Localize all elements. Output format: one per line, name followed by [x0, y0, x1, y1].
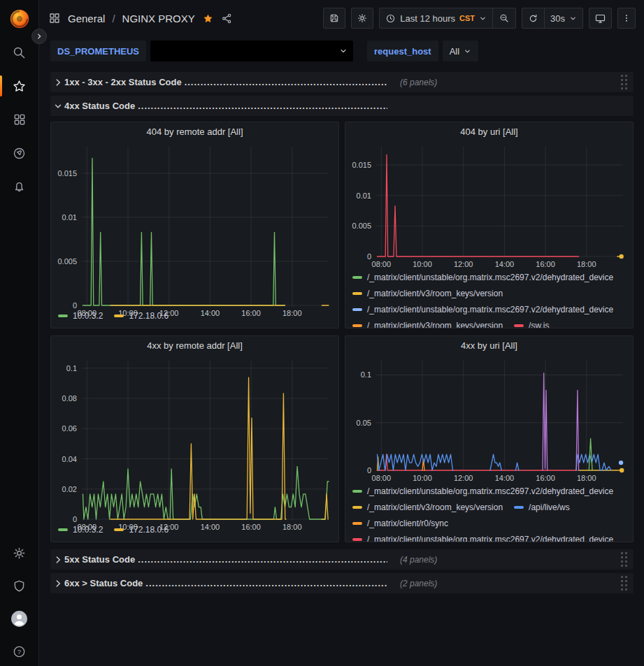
sidebar-item-explore[interactable]	[0, 145, 39, 161]
legend-item[interactable]: 172.18.0.6	[114, 524, 169, 535]
page-title[interactable]: NGINX PROXY	[122, 13, 195, 24]
panel-404-by-remote-addr: 404 by remote addr [All] 08:0010:0012:00…	[50, 122, 339, 328]
svg-text:08:00: 08:00	[372, 474, 392, 482]
time-series-plot[interactable]: 08:0010:0012:0014:0016:0018:0000.020.040…	[54, 355, 336, 533]
chart-4xx-by-remote-addr: 08:0010:0012:0014:0016:0018:0000.020.040…	[54, 355, 336, 523]
svg-text:0: 0	[367, 252, 371, 261]
legend-item[interactable]: /_matrix/client/r0/sync	[352, 518, 448, 528]
legend-item[interactable]: 172.18.0.6	[114, 310, 169, 321]
svg-text:0.06: 0.06	[62, 424, 77, 433]
share-icon[interactable]	[221, 13, 233, 24]
row-5xx[interactable]: 5xx Status Code ........................…	[50, 549, 634, 570]
save-dashboard-button[interactable]	[323, 8, 345, 29]
legend-label: /_matrix/client/unstable/org.matrix.msc2…	[367, 486, 613, 496]
sidebar-item-alerting[interactable]	[0, 179, 39, 194]
bell-icon	[12, 180, 27, 194]
time-series-plot[interactable]: 08:0010:0012:0014:0016:0018:0000.0050.01…	[54, 141, 336, 319]
legend-item[interactable]: /sw.js	[514, 320, 549, 328]
legend-item[interactable]: /_matrix/client/unstable/org.matrix.msc2…	[352, 272, 613, 282]
panel-title[interactable]: 404 by uri [All]	[345, 122, 633, 141]
panel-title[interactable]: 4xx by uri [All]	[345, 336, 633, 355]
sidebar-item-help[interactable]: ?	[0, 644, 39, 659]
refresh-icon	[528, 13, 538, 24]
sidebar-item-configuration[interactable]	[0, 545, 39, 560]
time-series-plot[interactable]: 08:0010:0012:0014:0016:0018:0000.050.1	[348, 355, 630, 484]
legend-item[interactable]: /_matrix/client/unstable/org.matrix.msc2…	[352, 486, 613, 496]
row-drag-handle[interactable]	[620, 551, 629, 569]
chart-404-by-remote-addr: 08:0010:0012:0014:0016:0018:0000.0050.01…	[54, 141, 336, 309]
zoom-out-button[interactable]	[492, 8, 515, 28]
svg-text:0: 0	[73, 301, 77, 310]
sidebar-item-dashboards[interactable]	[0, 112, 39, 127]
legend-item[interactable]: /_matrix/client/unstable/org.matrix.msc2…	[352, 534, 613, 542]
row-6xx[interactable]: 6xx > Status Code ......................…	[50, 573, 634, 593]
svg-text:0.005: 0.005	[352, 222, 371, 230]
chevron-right-icon	[53, 78, 63, 87]
datasource-select[interactable]	[150, 41, 353, 61]
panel-title[interactable]: 4xx by remote addr [All]	[51, 336, 338, 355]
time-series-plot[interactable]: 08:0010:0012:0014:0016:0018:0000.0050.01…	[348, 141, 630, 270]
legend-label: /sw.js	[529, 321, 549, 328]
svg-text:12:00: 12:00	[454, 474, 473, 482]
sidebar-item-search[interactable]	[0, 45, 39, 60]
legend-swatch	[352, 522, 362, 525]
kebab-menu-icon	[622, 13, 631, 24]
legend-swatch	[352, 308, 362, 311]
sidebar: ?	[0, 0, 39, 666]
request-host-variable-label[interactable]: request_host	[367, 41, 438, 61]
legend-label: /_matrix/client/v3/room_keys/version	[367, 502, 503, 512]
dashboard-settings-button[interactable]	[351, 8, 373, 29]
legend-swatch	[114, 314, 124, 317]
gear-icon	[357, 13, 368, 24]
row-drag-handle[interactable]	[620, 574, 629, 593]
row-4xx[interactable]: 4xx Status Code ........................…	[50, 96, 634, 116]
refresh-button[interactable]	[522, 8, 544, 28]
dashboard-grid-icon[interactable]	[48, 12, 61, 24]
avatar	[10, 610, 28, 628]
kebab-menu-button[interactable]	[617, 8, 636, 29]
legend-item[interactable]: /_matrix/client/v3/room_keys/version	[352, 288, 503, 298]
save-icon	[329, 13, 340, 24]
chevron-down-icon	[464, 48, 471, 55]
time-range-button[interactable]: Last 12 hours CST	[380, 8, 492, 28]
refresh-interval-select[interactable]: 30s	[544, 8, 582, 28]
cycle-view-mode-button[interactable]	[589, 8, 612, 29]
sidebar-item-server-admin[interactable]	[0, 578, 39, 593]
legend-label: 10.0.3.2	[73, 525, 103, 535]
grafana-logo[interactable]	[9, 8, 30, 29]
favorite-star-icon[interactable]	[202, 13, 214, 24]
sidebar-item-starred[interactable]	[0, 78, 39, 94]
row-title: 1xx - 3xx - 2xx Status Code	[64, 77, 182, 87]
panel-title[interactable]: 404 by remote addr [All]	[51, 122, 338, 141]
panel-legend: 10.0.3.2172.18.0.6	[58, 524, 331, 535]
datasource-variable-label[interactable]: DS_PROMETHEUS	[50, 41, 146, 61]
breadcrumb-folder[interactable]: General	[68, 13, 105, 24]
legend-item[interactable]: 10.0.3.2	[58, 310, 103, 321]
legend-item[interactable]: /api/live/ws	[514, 502, 570, 512]
shield-icon	[12, 579, 27, 593]
svg-text:16:00: 16:00	[536, 260, 555, 268]
row-drag-handle[interactable]	[620, 73, 629, 92]
legend-label: /_matrix/client/r0/sync	[367, 519, 448, 528]
row-1xx-3xx-2xx[interactable]: 1xx - 3xx - 2xx Status Code ............…	[50, 72, 634, 92]
request-host-select[interactable]: All	[443, 41, 478, 61]
legend-swatch	[352, 276, 362, 279]
legend-item[interactable]: /_matrix/client/v3/room_keys/version	[352, 502, 503, 512]
legend-swatch	[352, 538, 362, 541]
legend-item[interactable]: /_matrix/client/unstable/org.matrix.msc2…	[352, 304, 613, 314]
svg-text:0.015: 0.015	[352, 161, 371, 169]
sidebar-item-profile[interactable]	[0, 611, 39, 626]
legend-item[interactable]: /_matrix/client/v3/room_keys/version	[352, 320, 503, 328]
svg-text:0.005: 0.005	[57, 257, 77, 266]
legend-label: /api/live/ws	[529, 502, 570, 512]
svg-text:16:00: 16:00	[536, 474, 555, 482]
row-panel-count: (6 panels)	[400, 78, 437, 87]
legend-item[interactable]: 10.0.3.2	[58, 524, 103, 535]
svg-text:14:00: 14:00	[495, 474, 515, 482]
panel-grid-bottom: 4xx by remote addr [All] 08:0010:0012:00…	[50, 335, 634, 542]
sidebar-expand-button[interactable]	[31, 29, 47, 44]
svg-text:0.04: 0.04	[62, 455, 77, 463]
clock-icon	[385, 13, 396, 24]
panel-legend: 10.0.3.2172.18.0.6	[58, 310, 331, 321]
chevron-down-icon	[339, 47, 348, 55]
